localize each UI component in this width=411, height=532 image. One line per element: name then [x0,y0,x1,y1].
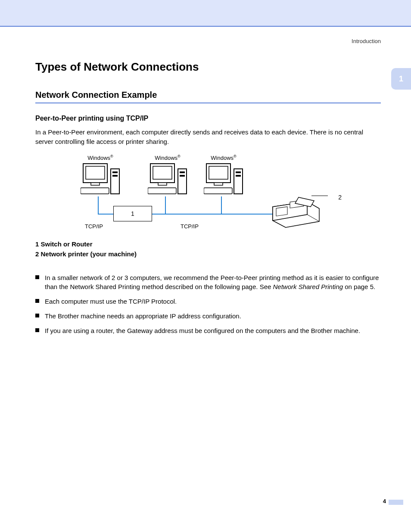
svg-rect-17 [204,188,232,194]
chapter-tab: 1 [391,68,411,90]
svg-rect-6 [112,175,118,177]
computer-icon: Windows® [202,154,245,196]
header-section-label: Introduction [352,38,381,44]
section-heading: Network Connection Example [35,90,381,103]
svg-rect-3 [81,188,109,194]
callout-printer: 2 [338,194,342,201]
page-title: Types of Network Connections [35,60,381,74]
page-number: 4 [383,498,386,504]
subsection-heading: Peer-to-Peer printing using TCP/IP [35,115,381,122]
svg-rect-12 [180,171,185,173]
network-diagram: Windows® Windows® [79,154,337,232]
legend-item-1: 1 Switch or Router [35,240,381,248]
svg-rect-15 [209,166,228,179]
svg-rect-22 [276,206,287,216]
protocol-label: TCP/IP [181,223,199,230]
computer-icon: Windows® [146,154,189,196]
svg-rect-13 [180,175,185,177]
printer-icon [268,194,320,230]
list-item: If you are using a router, the Gateway a… [35,326,381,336]
legend-item-2: 2 Network printer (your machine) [35,250,381,258]
svg-rect-1 [86,166,105,179]
svg-rect-19 [236,171,241,173]
svg-rect-9 [158,183,167,185]
switch-router-box: 1 [113,206,152,221]
top-band [0,0,411,27]
footer-accent [389,500,403,505]
intro-paragraph: In a Peer-to-Peer environment, each comp… [35,128,381,146]
bullet-list: In a smaller network of 2 or 3 computers… [35,273,381,336]
svg-rect-20 [236,175,241,177]
protocol-label: TCP/IP [85,223,103,230]
svg-rect-10 [148,188,176,194]
svg-rect-5 [112,171,118,173]
svg-rect-16 [214,183,223,185]
list-item: The Brother machine needs an appropriate… [35,311,381,321]
list-item: In a smaller network of 2 or 3 computers… [35,273,381,292]
page-content: Types of Network Connections Network Con… [0,60,411,335]
svg-rect-2 [91,183,100,185]
list-item: Each computer must use the TCP/IP Protoc… [35,297,381,306]
computer-icon: Windows® [79,154,122,196]
svg-rect-8 [153,166,172,179]
diagram-legend: 1 Switch or Router 2 Network printer (yo… [35,240,381,258]
